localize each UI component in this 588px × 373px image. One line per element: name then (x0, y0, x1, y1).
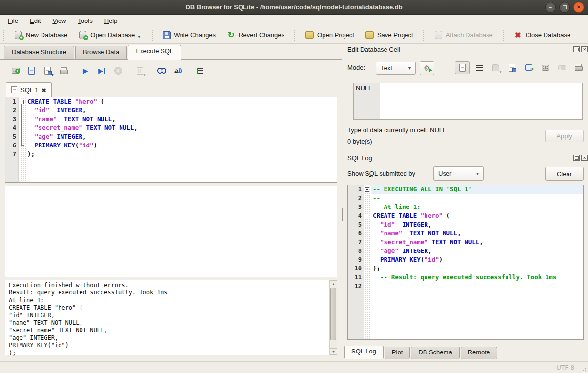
line-number: 12 (348, 282, 364, 290)
dock-splitter-handle[interactable] (341, 205, 344, 225)
clear-button[interactable]: Clear (545, 167, 584, 181)
dropdown-caret-icon[interactable] (51, 70, 56, 78)
tab-browse-data[interactable]: Browse Data (75, 46, 127, 59)
main-tab-bar: Database StructureBrowse DataExecute SQL (0, 45, 342, 60)
close-icon[interactable] (581, 46, 588, 52)
toolbar-separator (129, 66, 129, 76)
code-line: 1-- EXECUTING ALL IN 'SQL 1' (348, 185, 583, 194)
fold-marker-icon[interactable] (20, 100, 24, 104)
sql-editor[interactable]: 1CREATE TABLE "hero" (2 "id" INTEGER,3 "… (5, 97, 337, 183)
format-icon (197, 68, 203, 74)
sql-log-view[interactable]: 1-- EXECUTING ALL IN 'SQL 1'2--3-- At li… (347, 185, 584, 340)
float-icon[interactable] (573, 155, 580, 161)
execution-results-pane[interactable]: Execution finished without errors.Result… (5, 280, 337, 355)
mode-select-value: Text (381, 64, 392, 72)
find-button[interactable] (155, 64, 168, 78)
save-sql-button[interactable] (41, 64, 54, 78)
revert-changes-button[interactable]: Revert Changes (221, 28, 290, 41)
new-database-icon: + (14, 30, 23, 40)
find-replace-button[interactable] (171, 64, 184, 78)
text-mode-button[interactable] (455, 61, 470, 74)
word-wrap-button[interactable] (471, 61, 487, 74)
resize-grip[interactable] (580, 365, 587, 372)
execute-line-button[interactable] (95, 64, 108, 78)
editor-splitter-handle[interactable] (5, 183, 337, 185)
toolbar-handle[interactable] (3, 30, 6, 41)
toolbar-separator (423, 30, 424, 41)
dropdown-caret-icon[interactable] (143, 70, 148, 78)
new-tab-button[interactable]: + (9, 64, 22, 78)
menu-edit[interactable]: Edit (24, 16, 46, 25)
save-as-button[interactable] (505, 61, 520, 74)
code-text: -- (371, 194, 583, 203)
code-text: "name" TEXT NOT NULL, (371, 229, 583, 238)
result-table-pane[interactable] (5, 186, 337, 277)
fold-marker-icon[interactable] (365, 214, 369, 218)
result-line: "id" INTEGER, (9, 312, 327, 319)
apply-button: Apply (545, 130, 584, 142)
maximize-button[interactable] (559, 2, 570, 13)
apply-cell-button[interactable] (420, 61, 434, 75)
open-sql-icon (28, 67, 35, 75)
open-sql-button[interactable] (25, 64, 38, 78)
result-line: "name" TEXT NOT NULL, (9, 319, 327, 327)
format-button[interactable] (193, 64, 206, 78)
tab-db-schema[interactable]: DB Schema (411, 347, 459, 359)
menu-tools[interactable]: Tools (72, 16, 98, 25)
code-line: 3-- At line 1: (348, 203, 583, 211)
new-database-button[interactable]: +New Database (8, 28, 73, 41)
tab-remote[interactable]: Remote (461, 347, 498, 359)
float-icon[interactable] (573, 46, 580, 52)
fold-cell (19, 97, 25, 106)
tab-database-structure[interactable]: Database Structure (4, 46, 74, 59)
export-button[interactable]: ➜ (521, 61, 536, 74)
fold-marker-icon[interactable] (365, 187, 369, 192)
execute-all-button[interactable] (79, 64, 92, 78)
tab-plot[interactable]: Plot (385, 347, 410, 359)
menu-help[interactable]: Help (99, 16, 123, 25)
write-changes-button[interactable]: Write Changes (158, 29, 221, 41)
dock-section-splitter-handle[interactable] (344, 148, 584, 150)
tab-execute-sql[interactable]: Execute SQL (128, 45, 181, 60)
save-project-button[interactable]: Save Project (360, 28, 419, 41)
close-icon[interactable] (581, 155, 588, 161)
dropdown-caret-icon[interactable] (499, 67, 504, 75)
link-button[interactable] (538, 61, 553, 74)
tab-sql-log[interactable]: SQL Log (344, 346, 384, 359)
scroll-up-icon[interactable] (330, 280, 337, 287)
scroll-down-icon[interactable] (330, 348, 337, 355)
submitted-by-select[interactable]: User (433, 166, 484, 181)
open-project-button[interactable]: Open Project (300, 28, 360, 41)
open-database-button[interactable]: ➜Open Database (73, 28, 148, 41)
line-number: 4 (5, 124, 19, 132)
stop-icon (114, 67, 122, 75)
title-bar[interactable]: DB Browser for SQLite - /home/user/code/… (0, 0, 588, 15)
text-mode-icon (459, 64, 466, 72)
close-database-icon (513, 30, 523, 40)
line-number: 8 (348, 247, 364, 255)
sql-tab[interactable]: SQL 1 (6, 82, 52, 97)
results-scrollbar[interactable] (329, 280, 337, 355)
print-button[interactable] (57, 64, 70, 78)
close-database-button[interactable]: Close Database (508, 28, 576, 41)
mode-select[interactable]: Text (376, 62, 416, 75)
toolbar-button-label: New Database (26, 31, 67, 39)
code-text: "name" TEXT NOT NULL, (25, 115, 337, 124)
fold-cell (364, 185, 371, 194)
fold-cell (19, 106, 25, 115)
find-replace-icon (173, 66, 182, 76)
line-number: 9 (348, 255, 364, 264)
minimize-button[interactable] (545, 2, 556, 13)
dropdown-caret-icon[interactable] (138, 32, 142, 40)
open-project-icon (305, 30, 314, 40)
export-icon: ➜ (525, 64, 532, 71)
print-button[interactable] (571, 61, 586, 74)
close-button[interactable] (573, 2, 584, 13)
edit-cell-title: Edit Database Cell (347, 46, 400, 53)
scroll-thumb[interactable] (330, 288, 336, 340)
menu-view[interactable]: View (46, 16, 72, 25)
cell-content-editor[interactable]: NULL (353, 83, 583, 120)
menu-file[interactable]: File (2, 16, 24, 25)
close-tab-icon[interactable] (41, 86, 46, 94)
set-null-button (554, 61, 569, 74)
